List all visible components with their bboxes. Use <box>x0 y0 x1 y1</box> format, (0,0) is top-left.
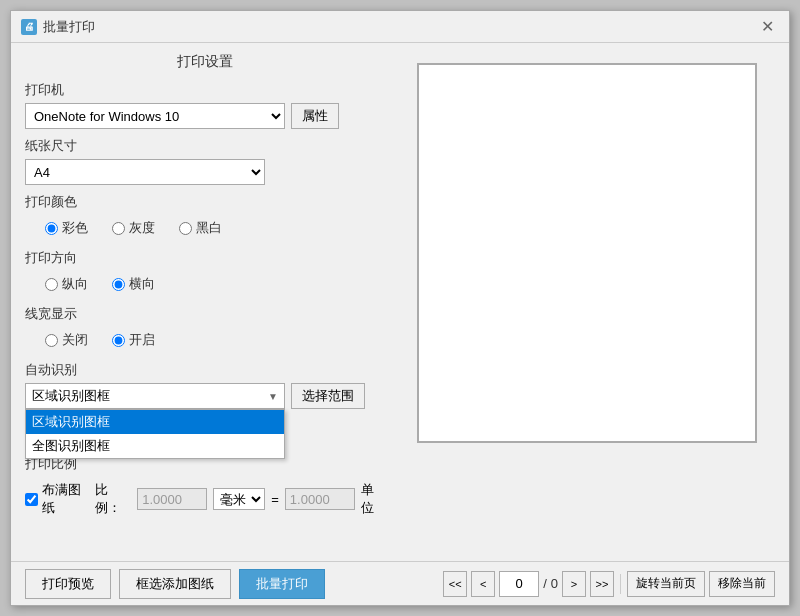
landscape-radio[interactable] <box>112 278 125 291</box>
bw-radio-input[interactable] <box>179 222 192 235</box>
right-panel <box>399 53 775 551</box>
gray-option-label: 灰度 <box>129 219 155 237</box>
titlebar: 🖨 批量打印 ✕ <box>11 11 789 43</box>
props-button[interactable]: 属性 <box>291 103 339 129</box>
autoidentify-group: 自动识别 区域识别图框 区域识别图框 全图识别图框 选择范围 <box>25 361 385 409</box>
portrait-label: 纵向 <box>62 275 88 293</box>
identify-dropdown: 区域识别图框 全图识别图框 <box>25 409 285 459</box>
direction-radio-group: 纵向 横向 <box>25 271 385 297</box>
scale-eq: = <box>271 492 279 507</box>
nav-last-button[interactable]: >> <box>590 571 614 597</box>
color-radio-gray[interactable]: 灰度 <box>112 219 155 237</box>
autoidentify-label: 自动识别 <box>25 361 385 379</box>
print-preview <box>417 63 757 443</box>
color-radio-input[interactable] <box>45 222 58 235</box>
linewidth-label: 线宽显示 <box>25 305 385 323</box>
nav-prev-button[interactable]: < <box>471 571 495 597</box>
scale-ratio-label: 比例： <box>95 481 131 517</box>
portrait-radio[interactable] <box>45 278 58 291</box>
dialog-title: 批量打印 <box>43 18 95 36</box>
direction-label: 打印方向 <box>25 249 385 267</box>
scale-group: 打印比例 布满图纸 比例： 毫米 厘米 英寸 = 单位 <box>25 455 385 521</box>
scale-value-input <box>285 488 355 510</box>
remove-button[interactable]: 移除当前 <box>709 571 775 597</box>
scale-row: 布满图纸 比例： 毫米 厘米 英寸 = 单位 <box>25 477 385 521</box>
page-separator: / <box>543 576 547 591</box>
linewidth-on-radio[interactable] <box>112 334 125 347</box>
printer-group: 打印机 OneNote for Windows 10 Microsoft Pri… <box>25 81 385 129</box>
scale-checkbox-label[interactable]: 布满图纸 <box>25 481 89 517</box>
scale-checkbox[interactable] <box>25 493 38 506</box>
page-current-input[interactable] <box>499 571 539 597</box>
left-panel: 打印设置 打印机 OneNote for Windows 10 Microsof… <box>25 53 385 551</box>
nav-first-button[interactable]: << <box>443 571 467 597</box>
linewidth-on-label: 开启 <box>129 331 155 349</box>
direction-portrait[interactable]: 纵向 <box>45 275 88 293</box>
footer-right: << < / 0 > >> 旋转当前页 移除当前 <box>443 571 775 597</box>
bw-option-label: 黑白 <box>196 219 222 237</box>
direction-group: 打印方向 纵向 横向 <box>25 249 385 297</box>
scale-ratio-input <box>137 488 207 510</box>
scale-unit-label: 单位 <box>361 481 385 517</box>
identify-select-display[interactable]: 区域识别图框 <box>25 383 285 409</box>
printer-select[interactable]: OneNote for Windows 10 Microsoft Print t… <box>25 103 285 129</box>
paper-label: 纸张尺寸 <box>25 137 385 155</box>
identify-option-full[interactable]: 全图识别图框 <box>26 434 284 458</box>
color-option-label: 彩色 <box>62 219 88 237</box>
batch-print-button[interactable]: 批量打印 <box>239 569 325 599</box>
paper-row: A4 A3 Letter <box>25 159 385 185</box>
footer: 打印预览 框选添加图纸 批量打印 << < / 0 > >> 旋转当前页 移除当… <box>11 561 789 605</box>
printer-label: 打印机 <box>25 81 385 99</box>
page-total: 0 <box>551 576 558 591</box>
add-frame-button[interactable]: 框选添加图纸 <box>119 569 231 599</box>
color-radio-group: 彩色 灰度 黑白 <box>25 215 385 241</box>
nav-divider <box>620 574 621 594</box>
linewidth-group: 线宽显示 关闭 开启 <box>25 305 385 353</box>
paper-select[interactable]: A4 A3 Letter <box>25 159 265 185</box>
scale-checkbox-text: 布满图纸 <box>42 481 89 517</box>
section-title: 打印设置 <box>25 53 385 71</box>
linewidth-off[interactable]: 关闭 <box>45 331 88 349</box>
select-range-button[interactable]: 选择范围 <box>291 383 365 409</box>
dialog: 🖨 批量打印 ✕ 打印设置 打印机 OneNote for Windows 10… <box>10 10 790 606</box>
printer-row: OneNote for Windows 10 Microsoft Print t… <box>25 103 385 129</box>
linewidth-off-label: 关闭 <box>62 331 88 349</box>
footer-left: 打印预览 框选添加图纸 批量打印 <box>25 569 325 599</box>
paper-group: 纸张尺寸 A4 A3 Letter <box>25 137 385 185</box>
identify-select-wrapper: 区域识别图框 区域识别图框 全图识别图框 <box>25 383 285 409</box>
autoidentify-row: 区域识别图框 区域识别图框 全图识别图框 选择范围 <box>25 383 385 409</box>
linewidth-on[interactable]: 开启 <box>112 331 155 349</box>
color-radio-color[interactable]: 彩色 <box>45 219 88 237</box>
direction-landscape[interactable]: 横向 <box>112 275 155 293</box>
print-preview-button[interactable]: 打印预览 <box>25 569 111 599</box>
gray-radio-input[interactable] <box>112 222 125 235</box>
linewidth-off-radio[interactable] <box>45 334 58 347</box>
color-group: 打印颜色 彩色 灰度 黑白 <box>25 193 385 241</box>
color-radio-bw[interactable]: 黑白 <box>179 219 222 237</box>
titlebar-title: 🖨 批量打印 <box>21 18 95 36</box>
landscape-label: 横向 <box>129 275 155 293</box>
nav-next-button[interactable]: > <box>562 571 586 597</box>
linewidth-radio-group: 关闭 开启 <box>25 327 385 353</box>
rotate-button[interactable]: 旋转当前页 <box>627 571 705 597</box>
identify-option-area[interactable]: 区域识别图框 <box>26 410 284 434</box>
scale-unit-select[interactable]: 毫米 厘米 英寸 <box>213 488 265 510</box>
color-label: 打印颜色 <box>25 193 385 211</box>
close-button[interactable]: ✕ <box>755 15 779 39</box>
main-content: 打印设置 打印机 OneNote for Windows 10 Microsof… <box>11 43 789 561</box>
app-icon: 🖨 <box>21 19 37 35</box>
